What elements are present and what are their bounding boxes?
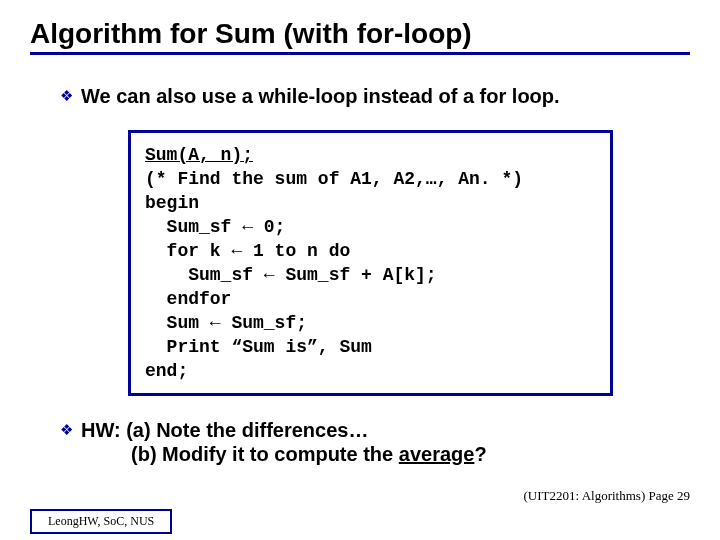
code-line: Print “Sum is”, Sum	[145, 337, 372, 357]
code-line: (* Find the sum of A1, A2,…, An. *)	[145, 169, 523, 189]
hw-line-a: HW: (a) Note the differences…	[81, 419, 368, 441]
slide: Algorithm for Sum (with for-loop) ❖ We c…	[0, 0, 720, 540]
code-line: Sum_sf ← Sum_sf + A[k];	[145, 265, 437, 285]
code-line: Sum ← Sum_sf;	[145, 313, 307, 333]
hw-line-b-pre: (b) Modify it to compute the	[81, 443, 399, 465]
title-underline	[30, 52, 690, 55]
bullet-2: ❖ HW: (a) Note the differences… (b) Modi…	[60, 418, 690, 466]
slide-title: Algorithm for Sum (with for-loop)	[30, 18, 690, 50]
hw-line-b-underlined: average	[399, 443, 475, 465]
code-line: end;	[145, 361, 188, 381]
code-line: Sum_sf ← 0;	[145, 217, 285, 237]
bullet-1-text: We can also use a while-loop instead of …	[81, 84, 560, 108]
code-box: Sum(A, n); (* Find the sum of A1, A2,…, …	[128, 130, 613, 396]
bullet-2-text: HW: (a) Note the differences… (b) Modify…	[81, 418, 487, 466]
footer-author: LeongHW, SoC, NUS	[30, 509, 172, 534]
page-reference: (UIT2201: Algorithms) Page 29	[524, 488, 690, 504]
code-line: endfor	[145, 289, 231, 309]
code-line: for k ← 1 to n do	[145, 241, 350, 261]
diamond-bullet-icon: ❖	[60, 84, 73, 108]
diamond-bullet-icon: ❖	[60, 418, 73, 442]
code-line: begin	[145, 193, 199, 213]
hw-line-b-post: ?	[474, 443, 486, 465]
code-block: Sum(A, n); (* Find the sum of A1, A2,…, …	[145, 143, 596, 383]
bullet-1: ❖ We can also use a while-loop instead o…	[60, 84, 690, 108]
title-block: Algorithm for Sum (with for-loop)	[30, 18, 690, 55]
code-signature: Sum(A, n);	[145, 145, 253, 165]
